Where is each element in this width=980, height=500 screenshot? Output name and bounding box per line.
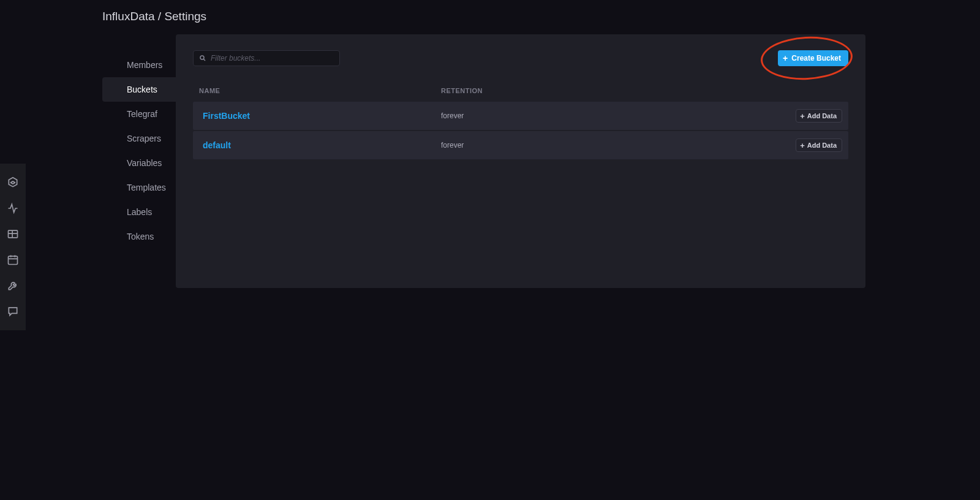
- nav-grid-icon[interactable]: [0, 221, 26, 247]
- filter-buckets-input[interactable]: [193, 50, 340, 66]
- content-wrap: Members Buckets Telegraf Scrapers Variab…: [102, 34, 865, 288]
- col-header-actions: [787, 87, 848, 94]
- tab-labels[interactable]: Labels: [102, 200, 176, 224]
- breadcrumb: InfluxData / Settings: [102, 10, 865, 23]
- bucket-retention: forever: [441, 141, 796, 150]
- plus-icon: +: [800, 112, 805, 120]
- tab-templates[interactable]: Templates: [102, 175, 176, 200]
- search-wrap: [193, 50, 340, 66]
- tab-members[interactable]: Members: [102, 53, 176, 77]
- create-bucket-button[interactable]: + Create Bucket: [778, 50, 848, 66]
- create-bucket-wrap: + Create Bucket: [778, 50, 848, 66]
- col-header-name[interactable]: NAME: [199, 87, 441, 94]
- tab-scrapers[interactable]: Scrapers: [102, 126, 176, 151]
- search-icon: [199, 55, 206, 62]
- bucket-retention: forever: [441, 112, 796, 120]
- plus-icon: +: [783, 54, 788, 63]
- bucket-row: default forever + Add Data: [193, 131, 848, 159]
- col-header-retention[interactable]: RETENTION: [441, 87, 787, 94]
- nav-calendar-icon[interactable]: [0, 247, 26, 273]
- tab-buckets[interactable]: Buckets: [102, 77, 176, 102]
- nav-activity-icon[interactable]: [0, 195, 26, 221]
- add-data-button[interactable]: + Add Data: [796, 109, 842, 123]
- bucket-row: FirstBucket forever + Add Data: [193, 102, 848, 130]
- nav-wrench-icon[interactable]: [0, 273, 26, 298]
- table-header: NAME RETENTION: [193, 87, 848, 102]
- create-bucket-label: Create Bucket: [791, 54, 841, 63]
- settings-tabs: Members Buckets Telegraf Scrapers Variab…: [102, 34, 176, 249]
- wrench-icon: [7, 279, 19, 292]
- calendar-icon: [7, 254, 19, 266]
- nav-chat-icon[interactable]: [0, 298, 26, 324]
- nav-hex-icon[interactable]: [0, 170, 26, 195]
- plus-icon: +: [800, 142, 805, 150]
- svg-rect-1: [9, 256, 18, 264]
- hex-icon: [7, 176, 19, 189]
- tab-tokens[interactable]: Tokens: [102, 224, 176, 249]
- nav-icon-rail: [0, 164, 26, 330]
- buckets-panel: + Create Bucket NAME RETENTION FirstBuck…: [176, 34, 865, 288]
- add-data-label: Add Data: [807, 112, 837, 119]
- main-area: InfluxData / Settings Members Buckets Te…: [102, 0, 865, 500]
- add-data-button[interactable]: + Add Data: [796, 138, 842, 152]
- panel-toolbar: + Create Bucket: [193, 50, 848, 66]
- bucket-name-link[interactable]: default: [203, 140, 441, 150]
- add-data-label: Add Data: [807, 142, 837, 149]
- chat-icon: [7, 305, 19, 317]
- svg-point-2: [200, 56, 204, 59]
- tab-variables[interactable]: Variables: [102, 151, 176, 175]
- activity-icon: [7, 202, 19, 214]
- tab-telegraf[interactable]: Telegraf: [102, 102, 176, 126]
- bucket-name-link[interactable]: FirstBucket: [203, 111, 441, 121]
- grid-icon: [7, 228, 19, 240]
